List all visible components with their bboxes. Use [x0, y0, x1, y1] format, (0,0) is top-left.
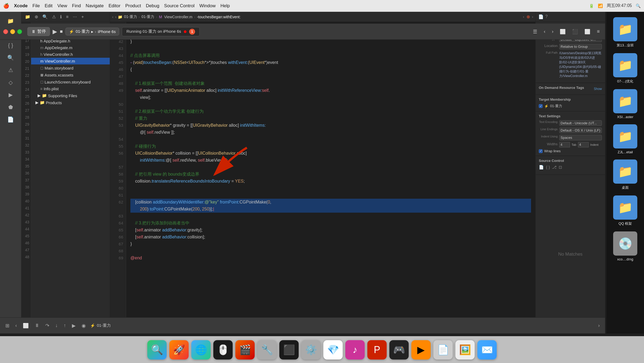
menu-xcode[interactable]: Xcode: [14, 3, 28, 9]
menu-editor[interactable]: Editor: [108, 3, 120, 9]
nav-search-icon[interactable]: 🔍: [41, 13, 49, 20]
menu-help[interactable]: Help: [220, 3, 230, 9]
nav-item-products[interactable]: ▶ 📁 Products: [31, 99, 110, 106]
dock-tools[interactable]: 🔧: [257, 340, 277, 360]
tab-width-input[interactable]: [559, 142, 570, 147]
breadcrumb-forward[interactable]: ›: [115, 15, 116, 19]
desktop-icon-13[interactable]: 📁 第13...业班: [613, 17, 637, 48]
sc-file-icon[interactable]: 📄: [539, 165, 544, 170]
dock-sketch[interactable]: 💎: [323, 340, 343, 360]
code-editor[interactable]: self.blueView = blueView; } // 点击屏幕调用 - …: [126, 22, 535, 333]
bt-layout-icon[interactable]: ⬜: [21, 322, 30, 330]
breadcrumb-back[interactable]: ‹: [112, 15, 114, 19]
bt-step-over-icon[interactable]: ↷: [44, 322, 51, 330]
search-icon[interactable]: 🔍: [636, 3, 641, 8]
close-button[interactable]: [3, 29, 8, 34]
indent-using-select[interactable]: Spaces: [559, 135, 602, 140]
sc-history-icon[interactable]: ⊡: [559, 165, 562, 170]
line-endings-select[interactable]: Default - OS X / Unix (LF): [559, 128, 602, 133]
breadcrumb-root[interactable]: 01-重力: [124, 14, 137, 19]
dock-potplayer[interactable]: ▶: [411, 340, 431, 360]
bt-expand-icon[interactable]: ⊞: [4, 322, 11, 330]
nav-item-viewcontroller-h[interactable]: h ViewController.h: [31, 51, 110, 58]
editor-layout-split[interactable]: ⬛: [570, 28, 580, 36]
desktop-icon-qq[interactable]: 📁 QQ 框架: [613, 195, 637, 226]
desktop-icon-zjl[interactable]: 📁 ZJL...etail: [613, 124, 637, 154]
code-scroll-area[interactable]: 40 41 42 43 44 45 46 47 48 49 50 51 52 5…: [110, 22, 535, 333]
nav-settings-icon[interactable]: ⋯: [71, 13, 78, 20]
navigator-toggle[interactable]: ☰: [531, 28, 539, 36]
wrap-lines-checkbox[interactable]: ✓: [539, 149, 543, 153]
rp-quick-help-icon[interactable]: ?: [545, 14, 548, 19]
nav-item-main-storyboard[interactable]: ◻ Main.storyboard: [31, 64, 110, 71]
nav-item-assets[interactable]: ◼ Assets.xcassets: [31, 71, 110, 78]
desktop-icon-07[interactable]: 📁 07-...(优化: [613, 53, 637, 84]
bt-step-out-icon[interactable]: ↑: [62, 322, 68, 329]
menu-product[interactable]: Product: [125, 3, 141, 9]
stop-button[interactable]: ■: [60, 29, 63, 34]
next-issue-button[interactable]: ›: [532, 14, 533, 19]
indent-width-input[interactable]: [578, 142, 589, 147]
bt-step-into-icon[interactable]: ↓: [54, 322, 59, 329]
pause-button[interactable]: ⏸ 暂停: [27, 27, 50, 36]
nav-add-icon[interactable]: +: [80, 14, 85, 20]
dock-prefs[interactable]: ⚙️: [301, 340, 321, 360]
dock-pprow[interactable]: P: [367, 340, 387, 360]
forward-button[interactable]: ›: [550, 28, 555, 35]
dock-safari[interactable]: 🌐: [191, 340, 211, 360]
encoding-select[interactable]: Default - Unicode (UT...: [559, 120, 602, 126]
maximize-button[interactable]: [17, 29, 22, 34]
report-nav-icon[interactable]: 📄: [5, 114, 16, 125]
dock-files[interactable]: 📄: [433, 340, 453, 360]
menu-find[interactable]: Find: [72, 3, 81, 9]
bt-debug-icon[interactable]: ◉: [80, 322, 87, 330]
nav-info-icon[interactable]: ℹ: [59, 13, 63, 20]
bt-continue-icon[interactable]: ▶: [70, 322, 77, 330]
nav-item-info-plist[interactable]: ≡ Info.plist: [31, 85, 110, 92]
breadcrumb-method[interactable]: -touchesBegan:withEvent:: [197, 15, 241, 19]
prev-issue-button[interactable]: ‹: [523, 14, 524, 19]
dock-mouseapp[interactable]: 🖱️: [213, 340, 233, 360]
bt-right-arrow-icon[interactable]: ›: [597, 322, 601, 329]
desktop-icon-desktop[interactable]: 📁 桌面: [613, 159, 637, 190]
bt-back-icon[interactable]: ‹: [14, 322, 19, 329]
breadcrumb-folder[interactable]: 01-重力: [141, 14, 154, 19]
debug-nav-icon[interactable]: ▶: [6, 89, 15, 100]
fullpath-value[interactable]: /Users/sen/Desktop/第13周黑马iOS学科就业班/02UI进阶…: [559, 51, 602, 78]
inspector-toggle[interactable]: ≡: [595, 28, 602, 35]
symbol-nav-icon[interactable]: { }: [6, 40, 15, 51]
run-button[interactable]: ▶: [53, 28, 57, 35]
menu-view[interactable]: View: [57, 3, 67, 9]
menu-file[interactable]: File: [32, 3, 40, 9]
sc-branch-icon[interactable]: ⎇: [552, 165, 557, 170]
find-nav-icon[interactable]: 🔍: [5, 52, 16, 63]
scheme-selector[interactable]: ⚡ 01-重力 ▸ › iPhone 6s: [65, 28, 119, 35]
back-button[interactable]: ‹: [541, 28, 547, 35]
breakpoint-nav-icon[interactable]: ⬟: [6, 102, 15, 112]
dock-video[interactable]: 🎮: [389, 340, 409, 360]
location-select[interactable]: Relative to Group: [559, 44, 602, 49]
test-nav-icon[interactable]: ◇: [6, 77, 15, 88]
sc-code-icon[interactable]: { }: [546, 165, 550, 170]
dock-movie[interactable]: 🎬: [235, 340, 255, 360]
dock-terminal[interactable]: ⬛: [279, 340, 299, 360]
menu-source-control[interactable]: Source Control: [164, 3, 195, 9]
show-button[interactable]: Show: [594, 87, 602, 91]
menu-navigate[interactable]: Navigate: [86, 3, 104, 9]
dock-finder[interactable]: 🔍: [147, 340, 167, 360]
editor-layout-assistant[interactable]: ⬜: [582, 28, 592, 36]
target-checkbox[interactable]: ✓: [539, 104, 543, 108]
editor-layout-standard[interactable]: ⬜: [558, 28, 568, 36]
nav-warning-icon[interactable]: ⚠: [51, 13, 57, 20]
desktop-icon-dmg[interactable]: 💿 xco....dmg: [613, 231, 637, 261]
apple-menu[interactable]: 🍎: [3, 3, 9, 9]
dock-email[interactable]: ✉️: [477, 340, 497, 360]
dock-image[interactable]: 🖼️: [455, 340, 475, 360]
nav-folder-icon[interactable]: 📁: [24, 13, 32, 20]
rp-file-icon[interactable]: 📄: [538, 14, 544, 19]
menu-edit[interactable]: Edit: [45, 3, 52, 9]
issue-nav-icon[interactable]: ⚠: [6, 65, 15, 75]
nav-item-supporting[interactable]: ▶ 📁 Supporting Files: [31, 92, 110, 99]
nav-item-viewcontroller-m[interactable]: m ViewController.m: [31, 58, 110, 64]
bt-pause-icon[interactable]: ⏸: [33, 322, 41, 329]
